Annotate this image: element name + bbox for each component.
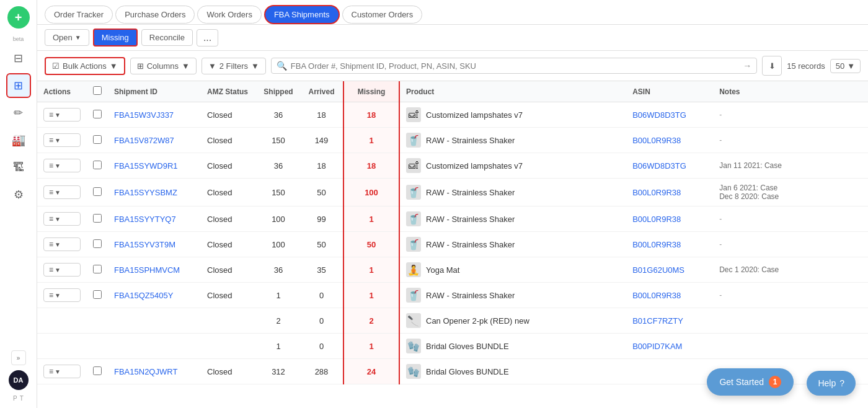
asin-link[interactable]: B01CF7RZTY xyxy=(632,316,683,326)
asin-link[interactable]: B00L0R9R38 xyxy=(632,215,681,224)
more-options-button[interactable]: ... xyxy=(197,29,218,47)
search-submit-icon[interactable]: → xyxy=(743,61,751,71)
row-checkbox[interactable] xyxy=(93,290,102,299)
shipped-cell: 1 xyxy=(257,334,300,359)
toolbar: ☑ Bulk Actions ▼ ⊞ Columns ▼ ▼ 2 Filters… xyxy=(37,51,868,81)
arrived-cell: 50 xyxy=(300,232,343,257)
product-cell: 🥤RAW - Strainless Shaker xyxy=(399,179,626,206)
row-checkbox[interactable] xyxy=(93,239,102,248)
get-started-badge: 1 xyxy=(769,376,781,388)
expand-sidebar-button[interactable]: » xyxy=(11,350,26,365)
asin-link[interactable]: B00L0R9R38 xyxy=(632,240,681,249)
shipment-id-link[interactable]: FBA15N2QJWRT xyxy=(114,367,177,376)
row-action-button[interactable]: ≡▼ xyxy=(43,108,81,122)
row-action-button[interactable]: ≡▼ xyxy=(43,288,81,302)
sub-tab-reconcile[interactable]: Reconcile xyxy=(141,29,193,46)
row-action-button[interactable]: ≡▼ xyxy=(43,263,81,277)
asin-link[interactable]: B00PID7KAM xyxy=(632,342,682,351)
row-checkbox[interactable] xyxy=(93,265,102,273)
asin-link[interactable]: B00L0R9R38 xyxy=(632,291,681,300)
shipment-id-link[interactable]: FBA15QZ5405Y xyxy=(114,291,173,300)
per-page-arrow: ▼ xyxy=(847,61,855,71)
product-thumbnail: 🧘 xyxy=(406,262,421,277)
row-action-button[interactable]: ≡▼ xyxy=(43,212,81,226)
sidebar-item-grid[interactable]: ⊞ xyxy=(6,73,31,98)
table-row: 202🔪Can Opener 2-pk (RED) newB01CF7RZTY xyxy=(37,308,868,334)
notes-cell xyxy=(713,308,868,334)
checkbox-icon: ☑ xyxy=(52,61,60,71)
tab-customer-orders[interactable]: Customer Orders xyxy=(342,6,423,24)
sub-tab-open[interactable]: Open ▼ xyxy=(45,29,89,46)
header-notes: Notes xyxy=(713,81,868,102)
help-button[interactable]: Help ? xyxy=(807,371,856,396)
sub-tab-missing[interactable]: Missing xyxy=(93,29,138,47)
sidebar-item-factory[interactable]: 🏗 xyxy=(6,155,31,180)
tab-purchase-orders[interactable]: Purchase Orders xyxy=(115,6,195,24)
row-action-button[interactable]: ≡▼ xyxy=(43,133,81,147)
shipment-id-link[interactable]: FBA15SYWD9R1 xyxy=(114,161,178,171)
sidebar-item-warehouse[interactable]: 🏭 xyxy=(6,128,31,153)
header-checkbox[interactable] xyxy=(87,81,108,102)
product-thumbnail: 🔪 xyxy=(406,313,421,328)
search-input[interactable] xyxy=(291,61,740,71)
header-product: Product xyxy=(399,81,626,102)
row-checkbox[interactable] xyxy=(93,214,102,223)
product-thumbnail: 🥤 xyxy=(406,288,421,303)
table-row: ≡▼FBA15SYYSBMZClosed15050100🥤RAW - Strai… xyxy=(37,179,868,206)
download-button[interactable]: ⬇ xyxy=(762,56,782,76)
sidebar-item-edit[interactable]: ✏ xyxy=(6,100,31,125)
row-action-button[interactable]: ≡▼ xyxy=(43,237,81,251)
table-row: ≡▼FBA15SYYTYQ7Closed100991🥤RAW - Strainl… xyxy=(37,206,868,232)
notes-cell: - xyxy=(713,232,868,257)
tab-order-tracker[interactable]: Order Tracker xyxy=(45,6,113,24)
sub-tab-missing-label: Missing xyxy=(102,33,129,42)
tab-fba-shipments[interactable]: FBA Shipments xyxy=(264,5,340,24)
row-checkbox[interactable] xyxy=(93,161,102,169)
row-action-button[interactable]: ≡▼ xyxy=(43,185,81,199)
row-action-button[interactable]: ≡▼ xyxy=(43,365,81,378)
shipment-id-link[interactable]: FBA15V872W87 xyxy=(114,136,174,145)
search-icon: 🔍 xyxy=(277,61,287,71)
asin-link[interactable]: B06WD8D3TG xyxy=(632,161,686,171)
row-action-button[interactable]: ≡▼ xyxy=(43,159,81,172)
sidebar-item-settings[interactable]: ⚙ xyxy=(6,182,31,207)
filters-button[interactable]: ▼ 2 Filters ▼ xyxy=(202,58,266,74)
missing-cell: 1 xyxy=(343,128,399,153)
sidebar-item-home[interactable]: ⊟ xyxy=(6,46,31,71)
shipment-id-link[interactable]: FBA15W3VJ337 xyxy=(114,110,174,120)
row-checkbox[interactable] xyxy=(93,366,102,375)
tab-work-orders[interactable]: Work Orders xyxy=(197,6,261,24)
sidebar-t-label: T xyxy=(20,395,24,402)
missing-cell: 1 xyxy=(343,257,399,283)
asin-link[interactable]: B01G62U0MS xyxy=(632,265,684,275)
get-started-label: Get Started xyxy=(719,377,764,387)
get-started-button[interactable]: Get Started 1 xyxy=(707,368,794,396)
amz-status-cell xyxy=(201,308,257,334)
amz-status-cell: Closed xyxy=(201,102,257,128)
asin-link[interactable]: B06WD8D3TG xyxy=(632,110,686,120)
shipment-id-link[interactable]: FBA15SPHMVCM xyxy=(114,265,180,275)
add-button[interactable]: + xyxy=(7,6,30,29)
row-checkbox[interactable] xyxy=(93,135,102,144)
shipment-id-link[interactable]: FBA15SYV3T9M xyxy=(114,240,175,249)
asin-link[interactable]: B00L0R9R38 xyxy=(632,136,681,145)
product-cell: 🧤Bridal Gloves BUNDLE xyxy=(399,334,626,359)
product-name: Yoga Mat xyxy=(426,265,459,275)
arrived-cell: 50 xyxy=(300,179,343,206)
shipment-id-link[interactable]: FBA15SYYSBMZ xyxy=(114,188,177,197)
select-all-checkbox[interactable] xyxy=(93,86,102,95)
filters-label: 2 Filters xyxy=(219,61,248,71)
search-box[interactable]: 🔍 → xyxy=(271,58,757,74)
shipped-cell: 1 xyxy=(257,283,300,308)
product-name: Customized lampshates v7 xyxy=(426,161,523,171)
shipment-id-link[interactable]: FBA15SYYTYQ7 xyxy=(114,215,176,224)
notes-cell: Dec 1 2020: Case xyxy=(713,257,868,283)
per-page-select[interactable]: 50 ▼ xyxy=(830,59,861,73)
row-checkbox[interactable] xyxy=(93,110,102,118)
columns-button[interactable]: ⊞ Columns ▼ xyxy=(130,58,197,74)
asin-link[interactable]: B00L0R9R38 xyxy=(632,188,681,197)
row-checkbox[interactable] xyxy=(93,187,102,196)
bulk-actions-button[interactable]: ☑ Bulk Actions ▼ xyxy=(45,57,125,75)
product-name: Bridal Gloves BUNDLE xyxy=(426,342,509,351)
product-cell: 🔪Can Opener 2-pk (RED) new xyxy=(399,308,626,334)
